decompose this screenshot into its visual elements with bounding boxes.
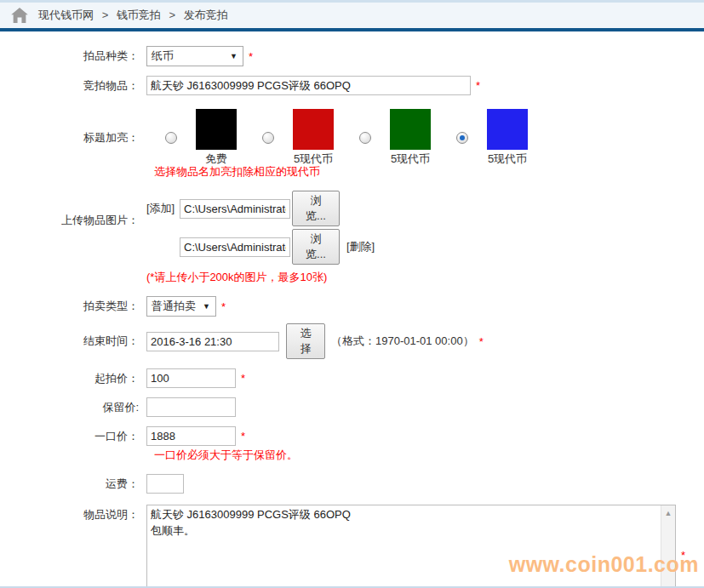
required-asterisk: *: [681, 549, 685, 562]
required-asterisk: *: [241, 430, 245, 442]
breadcrumb-bar: 现代钱币网 > 钱币竞拍 > 发布竞拍: [0, 0, 704, 31]
breadcrumb-separator: >: [102, 9, 109, 21]
buyout-price-input[interactable]: [146, 426, 236, 446]
highlight-option-blue[interactable]: 5现代币: [456, 109, 528, 167]
auction-type-label: 拍卖类型：: [0, 299, 146, 314]
time-format-hint: （格式：1970-01-01 00:00）: [331, 334, 474, 349]
highlight-radio[interactable]: [456, 132, 468, 144]
buyout-price-note: 一口价必须大于等于保留价。: [154, 448, 704, 463]
highlight-option-red[interactable]: 5现代币: [262, 109, 334, 167]
shipping-input[interactable]: [146, 474, 184, 494]
auction-type-selected-value: 普通拍卖: [152, 299, 196, 314]
file-path-input[interactable]: [180, 237, 290, 257]
highlight-color-swatch-green[interactable]: [390, 109, 431, 150]
breadcrumb: 现代钱币网 > 钱币竞拍 > 发布竞拍: [38, 8, 228, 23]
shipping-label: 运费：: [0, 477, 146, 492]
end-time-input[interactable]: [146, 332, 279, 351]
highlight-option-label: 5现代币: [391, 151, 430, 167]
item-name-label: 竞拍物品：: [0, 78, 146, 94]
highlight-option-free[interactable]: 免费: [165, 109, 237, 167]
highlight-radio[interactable]: [165, 132, 177, 144]
breadcrumb-home-link[interactable]: 现代钱币网: [38, 9, 94, 21]
breadcrumb-auction-link[interactable]: 钱币竞拍: [117, 9, 161, 21]
highlight-color-swatch-red[interactable]: [293, 109, 334, 150]
dropdown-arrow-icon: ▼: [230, 52, 238, 60]
required-asterisk: *: [476, 79, 480, 92]
highlight-label: 标题加亮：: [0, 130, 146, 146]
scroll-up-icon[interactable]: ▲: [665, 505, 673, 521]
upload-row: [添加] 浏览...: [146, 191, 375, 226]
category-select[interactable]: 纸币 ▼: [146, 46, 243, 66]
required-asterisk: *: [249, 50, 253, 63]
home-icon[interactable]: [11, 8, 28, 23]
upload-label: 上传物品图片：: [0, 191, 146, 228]
reserve-price-input[interactable]: [146, 397, 236, 417]
description-textarea[interactable]: 航天钞 J6163009999 PCGS评级 66OPQ 包顺丰。: [147, 505, 661, 588]
file-path-input[interactable]: [180, 199, 290, 219]
upload-note: (*请上传小于200k的图片，最多10张): [146, 270, 375, 285]
delete-image-link[interactable]: [删除]: [346, 239, 375, 254]
required-asterisk: *: [221, 300, 226, 313]
auction-type-select[interactable]: 普通拍卖 ▼: [146, 296, 216, 317]
highlight-options: 免费 5现代币 5现代币 5: [165, 109, 528, 167]
highlight-radio[interactable]: [262, 132, 274, 144]
browse-button[interactable]: 浏览...: [292, 191, 340, 226]
buyout-price-label: 一口价：: [0, 429, 146, 444]
highlight-option-label: 5现代币: [488, 151, 527, 167]
browse-button[interactable]: 浏览...: [292, 229, 340, 265]
publish-auction-form: 拍品种类： 纸币 ▼ * 竞拍物品： * 标题加亮： 免费: [0, 31, 704, 588]
scrollbar[interactable]: ▲ ▼: [661, 505, 675, 588]
start-price-label: 起拍价：: [0, 371, 146, 386]
breadcrumb-separator: >: [169, 9, 175, 21]
end-time-label: 结束时间：: [0, 334, 146, 349]
highlight-radio[interactable]: [359, 132, 371, 144]
item-name-input[interactable]: [146, 76, 471, 95]
start-price-input[interactable]: [146, 368, 236, 388]
breadcrumb-current: 发布竞拍: [184, 9, 228, 21]
required-asterisk: *: [479, 335, 484, 348]
description-textarea-wrap: 航天钞 J6163009999 PCGS评级 66OPQ 包顺丰。 ▲ ▼: [146, 505, 676, 588]
highlight-color-swatch-black[interactable]: [196, 109, 237, 150]
upload-row: 浏览... [删除]: [146, 229, 375, 265]
choose-time-button[interactable]: 选择: [286, 323, 325, 359]
required-asterisk: *: [241, 372, 245, 385]
category-label: 拍品种类：: [0, 49, 146, 64]
reserve-price-label: 保留价:: [0, 400, 146, 415]
highlight-color-swatch-blue[interactable]: [487, 109, 528, 150]
category-selected-value: 纸币: [152, 49, 174, 64]
add-image-link[interactable]: [添加]: [146, 201, 180, 216]
description-label: 物品说明：: [0, 505, 146, 522]
highlight-option-green[interactable]: 5现代币: [359, 109, 431, 167]
dropdown-arrow-icon: ▼: [203, 302, 210, 311]
